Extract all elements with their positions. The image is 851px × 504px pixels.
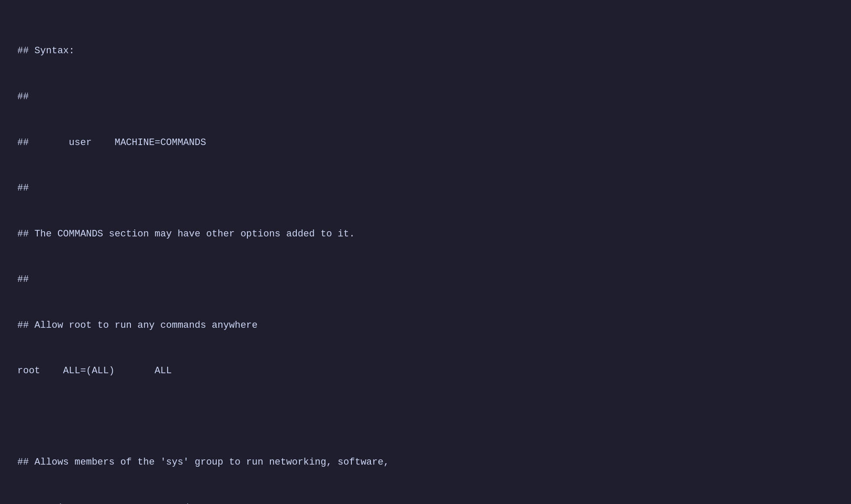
line-4: ## xyxy=(17,181,834,196)
line-5: ## The COMMANDS section may have other o… xyxy=(17,226,834,242)
line-11: ## service management apps and more. xyxy=(17,501,834,504)
line-8: root ALL=(ALL) ALL xyxy=(17,363,834,378)
line-6: ## xyxy=(17,272,834,287)
code-editor: ## Syntax: ## ## user MACHINE=COMMANDS #… xyxy=(17,13,834,504)
line-7: ## Allow root to run any commands anywhe… xyxy=(17,318,834,333)
line-2: ## xyxy=(17,89,834,104)
line-blank-1 xyxy=(17,409,834,424)
line-1: ## Syntax: xyxy=(17,43,834,58)
line-10: ## Allows members of the 'sys' group to … xyxy=(17,455,834,470)
line-3: ## user MACHINE=COMMANDS xyxy=(17,135,834,150)
